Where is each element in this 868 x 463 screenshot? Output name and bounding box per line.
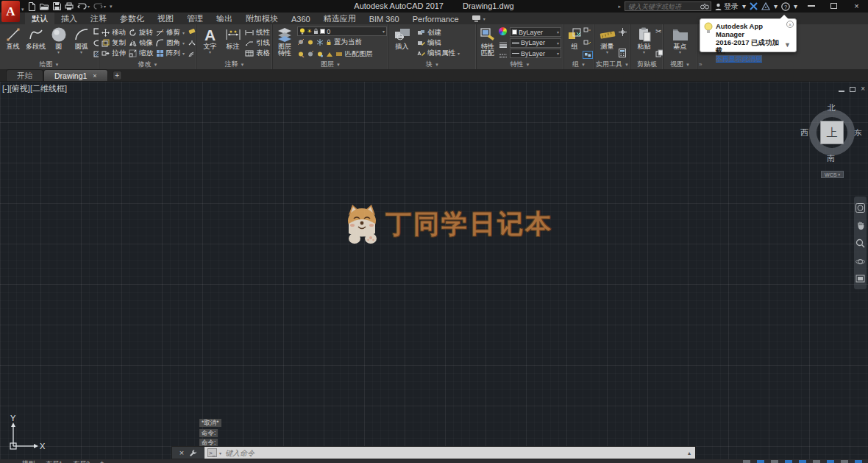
notification-close-icon[interactable]: × [786, 21, 794, 28]
insert-block-button[interactable]: 插入 [391, 26, 413, 60]
logo-caret-icon[interactable]: ▾ [21, 7, 24, 13]
make-current-button[interactable]: 置为当前 [297, 38, 387, 48]
tab-parametric[interactable]: 参数化 [113, 13, 151, 24]
sysmon-icon[interactable] [472, 15, 481, 22]
tab-output[interactable]: 输出 [210, 13, 239, 24]
group-selection-toggle-icon[interactable] [583, 52, 592, 58]
viewcube-west[interactable]: 西 [800, 127, 808, 138]
tab-annotate[interactable]: 注释 [84, 13, 113, 24]
help-caret-icon[interactable]: ▾ [794, 2, 797, 10]
signin-caret-icon[interactable]: ▾ [742, 2, 746, 10]
status-dynamic-input-toggle[interactable] [827, 460, 834, 463]
autocad-logo[interactable]: A [1, 1, 20, 22]
app-manager-icon[interactable] [761, 2, 770, 10]
linetype-dropdown[interactable]: ByLayer▾ [510, 49, 561, 58]
color-dropdown[interactable]: ByLayer▾ [510, 27, 561, 37]
edit-attributes-button[interactable]: 编辑属性▾ [417, 48, 474, 58]
match-properties-button[interactable]: 特性匹配 [478, 26, 497, 60]
rectangle-button[interactable]: ▾ [93, 28, 99, 35]
panel-label-block[interactable]: 块▼ [389, 60, 476, 69]
close-button[interactable]: × [845, 0, 868, 12]
status-workspace-toggle[interactable] [855, 460, 862, 463]
command-input-area[interactable]: >_ ▾ ▴ [204, 447, 695, 459]
navigation-wheel-icon[interactable] [855, 203, 865, 213]
redo-caret-icon[interactable]: ▾ [104, 4, 106, 9]
tab-view[interactable]: 视图 [151, 13, 180, 24]
doc-restore-button[interactable] [850, 87, 855, 92]
showmotion-icon[interactable] [855, 275, 865, 283]
panel-label-group[interactable]: 组▼ [564, 60, 594, 69]
trim-button[interactable]: 修剪▾ [156, 27, 185, 38]
array-button[interactable]: 阵列▾ [156, 48, 185, 58]
id-point-icon[interactable] [619, 28, 627, 36]
command-close-icon[interactable]: × [179, 448, 184, 457]
quick-calc-icon[interactable] [619, 49, 626, 57]
viewcube-top-face[interactable]: 上 [820, 121, 844, 144]
status-lineweight-toggle[interactable] [813, 460, 820, 463]
viewcube-south[interactable]: 南 [827, 153, 835, 164]
search-expand-icon[interactable]: ▸ [618, 4, 621, 10]
table-button[interactable]: 表格 [245, 48, 272, 58]
status-grid-toggle[interactable] [743, 460, 750, 463]
status-osnap-toggle[interactable] [799, 460, 806, 463]
layer-dropdown[interactable]: ☀ 0 ▾ [297, 26, 387, 36]
notification-caret-icon[interactable]: ▼ [784, 41, 791, 49]
ellipse-button[interactable]: ▾ [93, 40, 99, 46]
explode-button[interactable] [188, 40, 196, 46]
tabrow-caret-icon[interactable]: ▾ [483, 16, 485, 21]
edit-block-button[interactable]: 编辑 [417, 38, 474, 48]
stretch-button[interactable]: 拉伸 [102, 48, 126, 58]
command-customize-wrench-icon[interactable] [189, 449, 197, 457]
hatch-button[interactable]: ▾ [93, 51, 99, 57]
exchange-apps-icon[interactable] [750, 2, 758, 10]
group-edit-icon[interactable] [583, 40, 591, 46]
viewport-controls[interactable]: [-][俯视][二维线框] [2, 83, 67, 94]
measure-button[interactable]: 测量 ▾ [596, 26, 619, 60]
help-search-box[interactable] [625, 1, 711, 11]
redo-button[interactable]: ▾ [93, 3, 106, 10]
base-point-button[interactable]: 基点 ▾ [669, 26, 691, 60]
tab-featured-apps[interactable]: 精选应用 [317, 13, 363, 24]
rotate-button[interactable]: 旋转 [129, 27, 153, 38]
tab-start[interactable]: 开始 [6, 69, 43, 81]
copy-clip-icon[interactable] [655, 49, 663, 57]
panel-label-properties[interactable]: 特性▼ [477, 60, 563, 69]
command-history-up-icon[interactable]: ▴ [688, 450, 692, 456]
plot-button[interactable] [65, 2, 74, 10]
new-file-button[interactable] [28, 2, 36, 11]
tab-drawing1[interactable]: Drawing1 × [43, 69, 108, 81]
ungroup-icon[interactable] [583, 27, 591, 33]
open-file-button[interactable] [40, 2, 49, 10]
wcs-menu[interactable]: WCS▾ [821, 171, 844, 178]
layout1-tab[interactable]: 布局1 [46, 459, 63, 463]
viewcube-north[interactable]: 北 [828, 102, 836, 113]
group-button[interactable]: 组 [566, 26, 583, 60]
dont-show-again-link[interactable]: 不再显示此消息 [716, 55, 762, 63]
panel-label-layers[interactable]: 图层▼ [273, 60, 388, 69]
help-icon[interactable]: ? [781, 2, 790, 11]
leader-button[interactable]: 引线▾ [245, 38, 272, 48]
pan-hand-icon[interactable] [856, 221, 865, 230]
panel-label-utilities[interactable]: 实用工具▼ [594, 60, 630, 69]
dimension-button[interactable]: 标注 [221, 26, 244, 60]
create-block-button[interactable]: 创建 [417, 27, 474, 38]
doc-close-button[interactable]: × [861, 85, 865, 93]
linear-button[interactable]: 线性▾ [245, 27, 272, 38]
paste-button[interactable]: 粘贴 ▾ [633, 26, 655, 60]
offset-button[interactable] [188, 51, 196, 57]
new-drawing-tab-button[interactable]: + [113, 71, 122, 80]
layout2-tab[interactable]: 布局2 [73, 459, 90, 463]
tab-close-icon[interactable]: × [93, 72, 96, 79]
text-button[interactable]: A 文字 ▾ [199, 26, 221, 60]
sign-in-button[interactable]: 登录 [715, 1, 739, 12]
command-prompt-icon[interactable]: >_ [207, 448, 217, 457]
undo-caret-icon[interactable]: ▾ [88, 4, 90, 9]
status-ortho-toggle[interactable] [771, 460, 778, 463]
panel-label-modify[interactable]: 修改▼ [99, 60, 196, 69]
tab-addins[interactable]: 附加模块 [239, 13, 285, 24]
minimize-button[interactable] [800, 0, 822, 12]
move-button[interactable]: 移动 [102, 27, 126, 38]
fillet-button[interactable]: 圆角▾ [156, 38, 185, 48]
drawing-canvas[interactable]: [-][俯视][二维线框] × 上 北 西 东 南 WCS▾ [0, 82, 868, 463]
status-annotation-toggle[interactable] [841, 460, 848, 463]
